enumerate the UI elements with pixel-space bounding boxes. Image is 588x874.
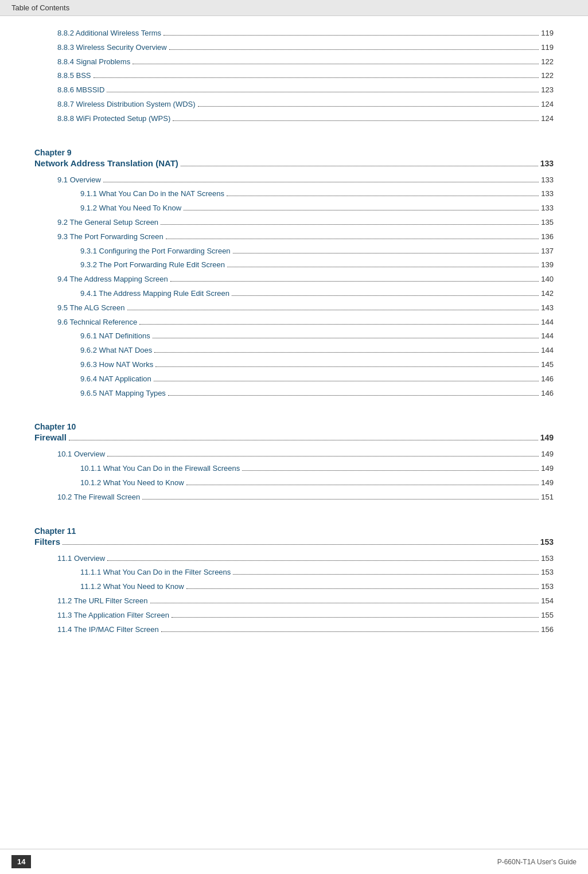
header-bar: Table of Contents xyxy=(0,0,588,16)
chapter-9-page: 133 xyxy=(540,159,554,168)
footer-product: P-660N-T1A User's Guide xyxy=(497,858,577,866)
dots-102 xyxy=(142,499,539,500)
dots-95 xyxy=(127,310,539,310)
dots-887 xyxy=(198,106,539,107)
toc-entry-101: 10.1 Overview 149 xyxy=(34,448,554,461)
toc-entry-1012: 10.1.2 What You Need to Know 149 xyxy=(34,477,554,489)
entry-text-886: 8.8.6 MBSSID xyxy=(57,84,104,96)
page-885: 122 xyxy=(541,70,554,82)
dots-964 xyxy=(154,381,539,381)
page-container: Table of Contents 8.8.2 Additional Wirel… xyxy=(0,0,588,874)
dots-112 xyxy=(150,603,539,603)
page-101: 149 xyxy=(541,448,554,461)
page-111: 153 xyxy=(541,553,554,565)
dots-932 xyxy=(227,267,539,267)
chapter-10-heading: Chapter 10 xyxy=(34,422,554,431)
entry-text-111: 11.1 Overview xyxy=(57,553,105,565)
page-1111: 153 xyxy=(541,567,554,579)
page-931: 137 xyxy=(541,245,554,257)
toc-entry-932: 9.3.2 The Port Forwarding Rule Edit Scre… xyxy=(34,259,554,271)
toc-entry-102: 10.2 The Firewall Screen 151 xyxy=(34,491,554,504)
entry-text-96: 9.6 Technical Reference xyxy=(57,317,137,329)
page-94: 140 xyxy=(541,274,554,286)
entry-text-1011: 10.1.1 What You Can Do in the Firewall S… xyxy=(80,463,240,475)
entry-text-887: 8.8.7 Wireless Distribution System (WDS) xyxy=(57,99,196,111)
dots-113 xyxy=(172,617,539,618)
entry-text-885: 8.8.5 BSS xyxy=(57,70,91,82)
chapter-10-dots xyxy=(69,440,538,440)
dots-882 xyxy=(163,35,539,36)
page-886: 123 xyxy=(541,84,554,96)
entry-text-964: 9.6.4 NAT Application xyxy=(80,373,151,385)
entry-text-884: 8.8.4 Signal Problems xyxy=(57,56,130,68)
entry-text-1112: 11.1.2 What You Need to Know xyxy=(80,581,184,593)
footer-page-number: 14 xyxy=(11,855,31,868)
entry-text-912: 9.1.2 What You Need To Know xyxy=(80,202,181,214)
toc-entry-1011: 10.1.1 What You Can Do in the Firewall S… xyxy=(34,463,554,475)
toc-entry-95: 9.5 The ALG Screen 143 xyxy=(34,302,554,314)
entry-text-94: 9.4 The Address Mapping Screen xyxy=(57,274,168,286)
chapter-11-title: Filters xyxy=(34,537,60,547)
entry-text-965: 9.6.5 NAT Mapping Types xyxy=(80,388,166,400)
entry-text-93: 9.3 The Port Forwarding Screen xyxy=(57,231,163,243)
page-964: 146 xyxy=(541,373,554,385)
toc-entry-886: 8.8.6 MBSSID 123 xyxy=(34,84,554,96)
page-1011: 149 xyxy=(541,463,554,475)
dots-1111 xyxy=(233,574,539,575)
dots-912 xyxy=(184,210,539,210)
dots-1011 xyxy=(242,470,539,471)
dots-91 xyxy=(103,182,539,182)
toc-entry-94: 9.4 The Address Mapping Screen 140 xyxy=(34,274,554,286)
page-884: 122 xyxy=(541,56,554,68)
entry-text-1012: 10.1.2 What You Need to Know xyxy=(80,477,184,489)
chapter-11-label: Chapter 11 xyxy=(34,526,554,536)
dots-961 xyxy=(153,338,539,338)
dots-94 xyxy=(170,281,539,282)
footer: 14 P-660N-T1A User's Guide xyxy=(0,849,588,874)
page-883: 119 xyxy=(541,42,554,54)
entry-text-883: 8.8.3 Wireless Security Overview xyxy=(57,42,167,54)
toc-entry-96: 9.6 Technical Reference 144 xyxy=(34,317,554,329)
page-1012: 149 xyxy=(541,477,554,489)
chapter-10-title-line: Firewall 149 xyxy=(34,432,554,443)
entry-text-911: 9.1.1 What You Can Do in the NAT Screens xyxy=(80,188,224,200)
entry-text-95: 9.5 The ALG Screen xyxy=(57,302,125,314)
toc-entry-883: 8.8.3 Wireless Security Overview 119 xyxy=(34,42,554,54)
toc-entry-887: 8.8.7 Wireless Distribution System (WDS)… xyxy=(34,99,554,111)
toc-entry-941: 9.4.1 The Address Mapping Rule Edit Scre… xyxy=(34,288,554,300)
dots-962 xyxy=(154,352,539,353)
toc-entry-113: 11.3 The Application Filter Screen 155 xyxy=(34,610,554,622)
dots-911 xyxy=(227,196,539,196)
page-887: 124 xyxy=(541,99,554,111)
entry-text-963: 9.6.3 How NAT Works xyxy=(80,359,153,371)
page-93: 136 xyxy=(541,231,554,243)
toc-entry-912: 9.1.2 What You Need To Know 133 xyxy=(34,202,554,214)
chapter-10-page: 149 xyxy=(540,433,554,442)
page-92: 135 xyxy=(541,217,554,229)
page-912: 133 xyxy=(541,202,554,214)
page-112: 154 xyxy=(541,595,554,607)
entry-text-961: 9.6.1 NAT Definitions xyxy=(80,330,150,342)
toc-entry-112: 11.2 The URL Filter Screen 154 xyxy=(34,595,554,607)
toc-entry-114: 11.4 The IP/MAC Filter Screen 156 xyxy=(34,624,554,636)
toc-entry-888: 8.8.8 WiFi Protected Setup (WPS) 124 xyxy=(34,113,554,125)
dots-93 xyxy=(166,239,539,239)
toc-entry-965: 9.6.5 NAT Mapping Types 146 xyxy=(34,388,554,400)
entry-text-931: 9.3.1 Configuring the Port Forwarding Sc… xyxy=(80,245,231,257)
page-963: 145 xyxy=(541,359,554,371)
entry-text-102: 10.2 The Firewall Screen xyxy=(57,491,140,504)
dots-888 xyxy=(173,120,539,121)
entry-text-91: 9.1 Overview xyxy=(57,174,101,186)
dots-941 xyxy=(232,295,539,296)
entry-text-101: 10.1 Overview xyxy=(57,448,105,461)
toc-entry-885: 8.8.5 BSS 122 xyxy=(34,70,554,82)
entry-text-962: 9.6.2 What NAT Does xyxy=(80,345,152,357)
dots-114 xyxy=(161,631,539,632)
chapter-11-dots xyxy=(63,544,538,545)
toc-entry-884: 8.8.4 Signal Problems 122 xyxy=(34,56,554,68)
toc-entry-962: 9.6.2 What NAT Does 144 xyxy=(34,345,554,357)
section-nat: 9.1 Overview 133 9.1.1 What You Can Do i… xyxy=(34,174,554,400)
page-962: 144 xyxy=(541,345,554,357)
header-title: Table of Contents xyxy=(11,3,69,12)
entry-text-888: 8.8.8 WiFi Protected Setup (WPS) xyxy=(57,113,170,125)
